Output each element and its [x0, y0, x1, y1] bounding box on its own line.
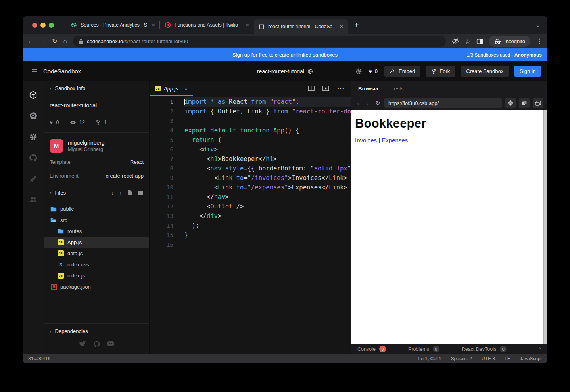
split-editor-icon[interactable] — [308, 86, 315, 91]
code-line[interactable]: 11 </nav> — [150, 192, 351, 202]
preview-forward-icon[interactable]: › — [365, 100, 371, 107]
file-row-index-css[interactable]: 3 index.css — [44, 259, 149, 270]
sandbox-info-header[interactable]: ▾ Sandbox Info — [44, 81, 149, 96]
problems-tab[interactable]: Problems 0 — [408, 346, 439, 352]
side-panel-icon[interactable] — [476, 38, 483, 45]
code-line[interactable]: 1import * as React from "react"; — [150, 97, 351, 107]
eol-setting[interactable]: LF — [505, 356, 510, 361]
code-line[interactable]: 4export default function App() { — [150, 126, 351, 135]
preview-scrollbar[interactable] — [543, 110, 547, 344]
expand-console-icon[interactable]: ^ — [539, 346, 541, 352]
files-header[interactable]: ▾ Files ↓ ↑ — [44, 185, 149, 200]
like-counter[interactable]: ♥0 — [369, 68, 378, 75]
back-button[interactable]: ← — [27, 38, 34, 44]
discord-icon[interactable] — [107, 341, 114, 348]
file-row-app-js[interactable]: JS App.js — [44, 237, 149, 248]
line-text: </nav> — [184, 192, 351, 202]
rail-deploy-rocket-icon[interactable] — [29, 174, 38, 183]
rail-explorer-cube-icon[interactable] — [29, 90, 38, 99]
file-row-data-js[interactable]: JS data.js — [44, 248, 149, 259]
home-button[interactable]: ⌂ — [63, 38, 67, 44]
react-devtools-tab[interactable]: React DevTools 0 — [462, 346, 507, 352]
rail-search-icon[interactable] — [29, 111, 38, 120]
file-row-index-js[interactable]: JS index.js — [44, 270, 149, 281]
code-line[interactable]: 16 — [150, 240, 351, 249]
close-tab-icon[interactable]: × — [244, 22, 251, 28]
close-tab-icon[interactable]: × — [338, 23, 345, 30]
github-icon[interactable] — [93, 341, 100, 348]
code-line[interactable]: 10 <Link to="/expenses">Expenses</Link> — [150, 183, 351, 192]
reload-button[interactable]: ↻ — [52, 38, 57, 44]
code-line[interactable]: 7 <h1>Bookkeeper</h1> — [150, 154, 351, 164]
minimize-window-button[interactable] — [40, 23, 46, 28]
browser-tab-twilio[interactable]: Functions and Assets | Twilio × — [160, 18, 254, 32]
gear-icon[interactable] — [355, 68, 362, 75]
upload-icon[interactable]: ↑ — [119, 190, 122, 196]
cursor-position[interactable]: Ln 1, Col 1 — [418, 356, 441, 361]
tab-tests[interactable]: Tests — [392, 86, 403, 92]
bookmark-star-icon[interactable]: ☆ — [465, 38, 470, 45]
responsive-mode-icon[interactable] — [505, 98, 516, 108]
sandbox-title[interactable]: react-router-tutorial — [257, 68, 304, 75]
console-tab[interactable]: Console 3 — [357, 346, 386, 352]
zoom-window-button[interactable] — [49, 23, 54, 28]
close-editor-tab-icon[interactable]: × — [184, 86, 188, 92]
rail-github-icon[interactable] — [29, 153, 38, 162]
menu-icon[interactable] — [31, 69, 38, 74]
preview-url-field[interactable]: https://lof3u0.csb.app/ — [384, 98, 502, 108]
browser-tab-sources[interactable]: Sources - Private Analytics - S × — [66, 18, 160, 32]
browser-menu-icon[interactable]: ⋮ — [536, 38, 543, 44]
close-tab-icon[interactable]: × — [150, 22, 157, 28]
file-row-public[interactable]: public — [44, 203, 149, 214]
close-window-button[interactable] — [32, 23, 37, 28]
eye-off-icon[interactable] — [452, 38, 459, 45]
file-row-routes[interactable]: routes — [44, 226, 149, 237]
code-line[interactable]: 15} — [150, 230, 351, 240]
code-line[interactable]: 6 <div> — [150, 145, 351, 154]
file-row-package-json[interactable]: package.json — [44, 281, 149, 292]
fork-button[interactable]: Fork — [426, 66, 455, 77]
twitter-icon[interactable] — [79, 341, 86, 348]
open-preview-icon[interactable] — [322, 86, 329, 91]
create-sandbox-button[interactable]: Create Sandbox — [461, 66, 509, 77]
indentation-setting[interactable]: Spaces: 2 — [451, 356, 472, 361]
author-row[interactable]: M miguelgrinberg Miguel Grinberg — [44, 133, 149, 155]
language-mode[interactable]: JavaScript — [520, 356, 542, 361]
codesandbox-header: CodeSandbox react-router-tutorial ♥0 Emb… — [23, 61, 547, 81]
code-line[interactable]: 12 <Outlet /> — [150, 202, 351, 211]
rail-settings-gear-icon[interactable] — [29, 132, 38, 141]
code-line[interactable]: 5 return ( — [150, 135, 351, 145]
brand-title[interactable]: CodeSandbox — [43, 68, 81, 75]
open-in-new-window-icon[interactable] — [519, 98, 530, 108]
new-file-icon[interactable] — [127, 190, 132, 195]
preview-reload-icon[interactable]: ↻ — [374, 99, 381, 107]
invoices-link[interactable]: Invoices — [355, 137, 377, 143]
address-bar[interactable]: codesandbox.io/s/react-router-tutorial-l… — [73, 36, 446, 47]
code-line[interactable]: 8 <nav style={{ borderBottom: "solid 1px… — [150, 164, 351, 173]
embed-button[interactable]: Embed — [384, 66, 420, 77]
code-line[interactable]: 3 — [150, 116, 351, 126]
code-line[interactable]: 9 <Link to="/invoices">Invoices</Link> — [150, 173, 351, 183]
code-line[interactable]: 13 </div> — [150, 211, 351, 221]
sign-in-button[interactable]: Sign in — [514, 66, 541, 77]
tab-search-chevron-icon[interactable]: ⌄ — [535, 21, 547, 29]
tab-browser[interactable]: Browser — [358, 86, 379, 92]
rail-live-users-icon[interactable] — [29, 195, 38, 204]
browser-tab-codesandbox[interactable]: react-router-tutorial - CodeSa × — [254, 19, 348, 34]
file-row-src[interactable]: src — [44, 214, 149, 226]
preview-back-icon[interactable]: ‹ — [355, 100, 361, 107]
dependencies-header[interactable]: ▾ Dependencies — [44, 323, 149, 338]
editor-more-icon[interactable]: ⋯ — [337, 84, 344, 93]
new-folder-icon[interactable] — [138, 190, 144, 195]
duplicate-window-icon[interactable] — [533, 98, 543, 108]
code-line[interactable]: 14 ); — [150, 221, 351, 230]
encoding-setting[interactable]: UTF-8 — [482, 356, 495, 361]
editor-tab-app-js[interactable]: JS App.js × — [150, 81, 193, 96]
code-lines[interactable]: 1import * as React from "react";2import … — [150, 96, 351, 354]
code-line[interactable]: 2import { Outlet, Link } from "react-rou… — [150, 107, 351, 116]
download-icon[interactable]: ↓ — [111, 190, 114, 196]
expenses-link[interactable]: Expenses — [382, 137, 408, 143]
line-number: 7 — [150, 154, 173, 164]
new-tab-button[interactable]: + — [348, 21, 365, 30]
forward-button[interactable]: → — [40, 38, 46, 44]
